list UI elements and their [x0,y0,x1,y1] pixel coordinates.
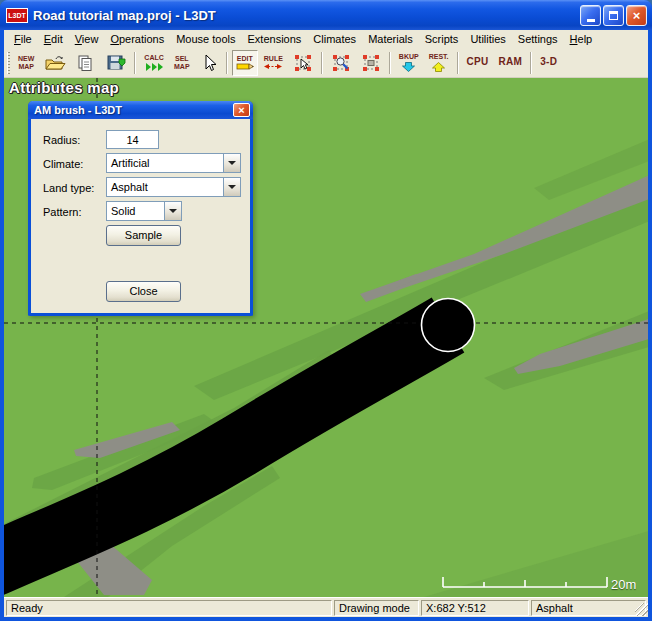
backup-button[interactable]: BKUP [395,50,423,76]
save-button[interactable] [102,50,130,76]
rule-label: RULE [264,55,283,62]
copy-button[interactable] [72,50,100,76]
land-type-select[interactable]: Asphalt [106,177,241,197]
sel-map-button[interactable]: SEL MAP [170,50,194,76]
sample-button[interactable]: Sample [106,225,181,246]
window-title: Road tutorial map.proj - L3DT [33,8,578,23]
status-ready: Ready [6,600,332,616]
toolbar: NEW MAP [4,48,648,78]
close-button[interactable]: × [626,5,647,26]
bkup-label: BKUP [399,53,419,60]
close-icon: × [633,9,641,22]
restore-up-arrow-icon [432,62,445,72]
land-type-dropdown-button[interactable] [223,178,240,196]
new-map-label: NEW [18,55,34,62]
ram-label: RAM [499,57,523,68]
3d-view-button[interactable]: 3-D [536,50,561,76]
shrink-region-button[interactable] [357,50,385,76]
zoom-region-button[interactable] [327,50,355,76]
minimize-button[interactable] [580,5,601,26]
menu-item-utilities[interactable]: Utilities [464,32,511,46]
menu-item-mouse-tools[interactable]: Mouse tools [170,32,241,46]
shrink-region-icon [361,53,381,73]
3d-label: 3-D [540,57,557,68]
new-map-label2: MAP [18,63,34,70]
climate-dropdown-button[interactable] [223,154,240,172]
menu-item-extensions[interactable]: Extensions [242,32,308,46]
dialog-close-button[interactable]: × [233,103,250,117]
pattern-dropdown-button[interactable] [164,202,181,220]
calc-label: CALC [144,54,163,61]
chevron-down-icon [228,185,236,189]
toolbar-separator [226,52,228,74]
maximize-button[interactable] [603,5,624,26]
menu-item-edit[interactable]: Edit [38,32,69,46]
radius-label: Radius: [43,134,80,146]
menu-item-file[interactable]: File [8,32,38,46]
app-icon: L3DT [6,8,28,23]
menu-item-materials[interactable]: Materials [362,32,419,46]
sel-map-label: SEL [175,55,189,62]
minimize-icon [587,19,595,22]
pattern-select[interactable]: Solid [106,201,182,221]
land-type-label: Land type: [43,182,94,194]
dialog-title: AM brush - L3DT [34,104,233,116]
rest-label: REST. [429,53,449,60]
chevron-down-icon [228,161,236,165]
chevron-down-icon [169,209,177,213]
cpu-label: CPU [467,57,489,68]
climate-label: Climate: [43,158,83,170]
calc-arrows-icon [146,63,163,71]
edit-label: EDIT [237,55,253,62]
status-land-type: Asphalt [531,600,646,616]
climate-select[interactable]: Artificial [106,153,241,173]
toolbar-separator [321,52,323,74]
menu-bar: FileEditViewOperationsMouse toolsExtensi… [4,30,648,48]
zoom-region-icon [331,53,351,73]
toolbar-grip[interactable] [7,52,10,74]
sel-map-label2: MAP [174,63,190,70]
app-window: L3DT Road tutorial map.proj - L3DT × Fil… [0,0,652,621]
new-map-button[interactable]: NEW MAP [14,50,38,76]
window-titlebar[interactable]: L3DT Road tutorial map.proj - L3DT × [0,0,652,30]
climate-value: Artificial [107,154,223,172]
cpu-button[interactable]: CPU [463,50,493,76]
pencil-icon [236,63,254,70]
open-button[interactable] [40,50,70,76]
am-brush-dialog: AM brush - L3DT × Radius: Climate: Artif… [28,101,253,316]
scale-bar-label: 20m [611,577,636,592]
toolbar-separator [457,52,459,74]
status-coordinates: X:682 Y:512 [421,600,529,616]
radius-input[interactable] [106,130,159,149]
dialog-close-icon: × [238,104,244,116]
copy-pages-icon [76,54,96,72]
close-dialog-button[interactable]: Close [106,281,181,302]
toolbar-separator [530,52,532,74]
pattern-label: Pattern: [43,206,82,218]
maximize-icon [609,11,618,20]
select-region-button[interactable] [289,50,317,76]
calc-button[interactable]: CALC [140,50,167,76]
menu-item-operations[interactable]: Operations [104,32,170,46]
menu-item-settings[interactable]: Settings [512,32,564,46]
attributes-map-view[interactable]: Attributes map 20m AM brush - L3DT × Rad… [4,78,648,597]
menu-item-help[interactable]: Help [564,32,599,46]
restore-button[interactable]: REST. [425,50,453,76]
status-bar: Ready Drawing mode X:682 Y:512 Asphalt [4,597,648,617]
menu-item-view[interactable]: View [69,32,105,46]
menu-item-scripts[interactable]: Scripts [419,32,465,46]
edit-tool-button[interactable]: EDIT [232,50,258,76]
dialog-titlebar[interactable]: AM brush - L3DT × [28,101,253,119]
status-mode: Drawing mode [334,600,419,616]
open-folder-icon [44,54,66,72]
brush-cursor[interactable] [422,299,475,352]
ram-button[interactable]: RAM [495,50,527,76]
save-floppy-icon [106,54,126,72]
select-region-icon [293,53,313,73]
resize-grip[interactable] [635,603,648,616]
rule-tool-button[interactable]: RULE [260,50,287,76]
toolbar-separator [389,52,391,74]
backup-down-arrow-icon [402,62,415,72]
pointer-tool-button[interactable] [196,50,222,76]
menu-item-climates[interactable]: Climates [307,32,362,46]
